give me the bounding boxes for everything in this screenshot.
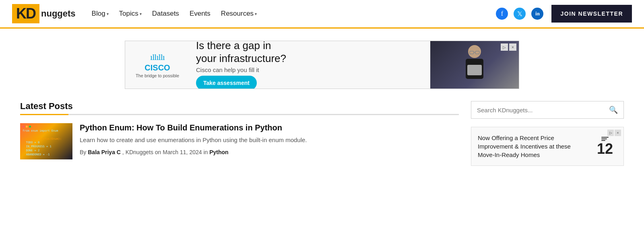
row12-line-1: [601, 137, 609, 138]
ad-controls: ▷ ×: [501, 43, 516, 51]
logo-nuggets-text: nuggets: [41, 8, 76, 19]
row12-number: 12: [597, 142, 613, 156]
code-dots: [23, 126, 62, 128]
two-col-layout: Latest Posts from enum import Enum class…: [20, 101, 624, 169]
sidebar-ad: Now Offering a Recent Price Improvement …: [471, 127, 624, 166]
row12-line-2: [601, 138, 607, 139]
ad-subtext: Cisco can help you fill it: [196, 66, 424, 73]
search-box[interactable]: 🔍: [471, 101, 624, 119]
nav-topics[interactable]: Topics ▾: [115, 7, 146, 20]
ad-headline: Is there a gap in your infrastructure?: [196, 41, 424, 65]
nav-resources-arrow: ▾: [255, 12, 257, 16]
post-author: Bala Priya C: [88, 149, 121, 155]
join-newsletter-button[interactable]: JOIN NEWSLETTER: [551, 5, 632, 23]
cisco-name: CISCO: [144, 63, 170, 72]
code-preview: from enum import Enum class TaskStatus(E…: [20, 123, 64, 159]
post-meta: By Bala Priya C , KDnuggets on March 11,…: [80, 149, 307, 155]
cisco-waves-icon: ıllıllı: [150, 52, 165, 62]
ad-banner: ıllıllı CISCO The bridge to possible Is …: [125, 41, 519, 89]
ad-left: ıllıllı CISCO The bridge to possible: [125, 45, 190, 85]
site-header: KD nuggets Blog ▾ Topics ▾ Datasets Even…: [0, 0, 644, 29]
post-thumbnail: from enum import Enum class TaskStatus(E…: [20, 123, 72, 159]
main-column: Latest Posts from enum import Enum class…: [20, 101, 459, 169]
post-item: from enum import Enum class TaskStatus(E…: [20, 123, 459, 159]
post-category[interactable]: Python: [209, 149, 228, 155]
sidebar-ad-text: Now Offering a Recent Price Improvement …: [478, 134, 588, 159]
latest-posts-title: Latest Posts: [20, 101, 459, 112]
dot-red: [23, 126, 25, 128]
post-content: Python Enum: How To Build Enumerations i…: [80, 123, 307, 159]
row12-lines: [601, 137, 609, 141]
main-content: ıllıllı CISCO The bridge to possible Is …: [8, 29, 636, 177]
post-title[interactable]: Python Enum: How To Build Enumerations i…: [80, 123, 307, 132]
nav-resources[interactable]: Resources ▾: [217, 7, 261, 20]
nav-blog-arrow: ▾: [107, 12, 109, 16]
sidebar-ad-logo: 12: [593, 137, 617, 156]
linkedin-icon[interactable]: in: [531, 8, 543, 20]
nav-blog[interactable]: Blog ▾: [88, 7, 113, 20]
sidebar-ad-play-button[interactable]: ▷: [607, 130, 614, 136]
dot-green: [29, 126, 31, 128]
sidebar: 🔍 Now Offering a Recent Price Improvemen…: [471, 101, 624, 169]
sidebar-ad-controls: ▷ ×: [607, 130, 621, 136]
ad-middle: Is there a gap in your infrastructure? C…: [190, 41, 430, 89]
section-divider: [20, 114, 459, 115]
nav-datasets[interactable]: Datasets: [148, 7, 183, 20]
post-excerpt: Learn how to create and use enumerations…: [80, 136, 307, 145]
dot-yellow: [26, 126, 28, 128]
logo-box: KD: [12, 4, 39, 23]
social-icons: f 𝕏 in: [496, 8, 543, 20]
sidebar-ad-close-button[interactable]: ×: [615, 130, 621, 136]
svg-rect-2: [467, 65, 482, 75]
search-icon[interactable]: 🔍: [609, 105, 618, 114]
nav-topics-arrow: ▾: [140, 12, 142, 16]
ad-play-button[interactable]: ▷: [501, 43, 508, 51]
logo-link[interactable]: KD nuggets: [12, 4, 76, 23]
ad-cta-button[interactable]: Take assessment: [196, 76, 257, 89]
ad-banner-wrap: ıllıllı CISCO The bridge to possible Is …: [20, 41, 624, 89]
nav-events[interactable]: Events: [186, 7, 215, 20]
cisco-tagline: The bridge to possible: [136, 73, 179, 78]
main-nav: Blog ▾ Topics ▾ Datasets Events Resource…: [88, 7, 496, 20]
twitter-icon[interactable]: 𝕏: [514, 8, 526, 20]
ad-close-button[interactable]: ×: [509, 43, 516, 51]
person-svg: [458, 43, 491, 87]
search-input[interactable]: [477, 107, 609, 114]
logo-kd-text: KD: [16, 6, 35, 21]
facebook-icon[interactable]: f: [496, 8, 508, 20]
